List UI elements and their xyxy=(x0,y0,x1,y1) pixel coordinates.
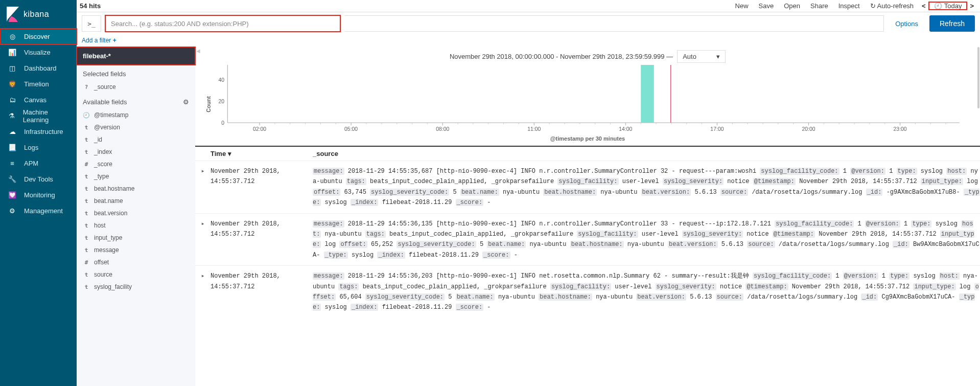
sidebar-item-logs[interactable]: 📃Logs xyxy=(0,140,77,155)
field-label[interactable]: syslog_facility_code: xyxy=(760,168,839,175)
field-item--version[interactable]: t@version xyxy=(77,121,195,133)
kibana-logo[interactable]: kibana xyxy=(0,0,77,29)
field-label[interactable]: syslog_severity_code: xyxy=(370,189,449,196)
field-label[interactable]: syslog_facility_code: xyxy=(775,220,854,228)
field-label[interactable]: syslog_facility: xyxy=(557,178,618,185)
share-button[interactable]: Share xyxy=(805,2,833,10)
sidebar-item-timelion[interactable]: 🦁Timelion xyxy=(0,76,77,92)
expand-row-button[interactable]: ▸ xyxy=(195,166,211,208)
refresh-button[interactable]: Refresh xyxy=(929,15,975,32)
field-label[interactable]: message: xyxy=(313,220,344,228)
field-label[interactable]: _type: xyxy=(324,252,348,259)
sidebar-item-machine-learning[interactable]: ⚗Machine Learning xyxy=(0,108,77,124)
field-label[interactable]: input_type: xyxy=(913,283,955,290)
expand-row-button[interactable]: ▸ xyxy=(195,271,211,313)
field-label[interactable]: beat.name: xyxy=(456,293,495,301)
sidebar-item-management[interactable]: ⚙Management xyxy=(0,203,77,219)
new-button[interactable]: New xyxy=(730,2,754,10)
field-label[interactable]: tags: xyxy=(365,231,386,238)
field-item--id[interactable]: t_id xyxy=(77,133,195,146)
sidebar-item-canvas[interactable]: 🗂Canvas xyxy=(0,92,77,108)
open-button[interactable]: Open xyxy=(779,2,805,10)
field-label[interactable]: host: xyxy=(946,168,967,175)
sidebar-item-dashboard[interactable]: ◫Dashboard xyxy=(0,60,77,76)
time-prev-button[interactable]: < xyxy=(919,2,929,10)
field-label[interactable]: _id: xyxy=(866,189,883,196)
field-label[interactable]: source: xyxy=(716,293,743,301)
index-pattern-selector[interactable]: filebeat-* xyxy=(77,47,195,65)
field-label[interactable]: syslog_facility: xyxy=(550,283,611,290)
field-label[interactable]: @version: xyxy=(850,168,885,175)
field-item--index[interactable]: t_index xyxy=(77,146,195,158)
field-label[interactable]: @version: xyxy=(843,273,878,280)
sidebar-item-visualize[interactable]: 📊Visualize xyxy=(0,44,77,60)
field-label[interactable]: syslog_severity: xyxy=(656,283,716,290)
field-label[interactable]: tags: xyxy=(346,178,366,185)
field-label[interactable]: beat.version: xyxy=(668,241,718,248)
field-label[interactable]: beat.hostname: xyxy=(543,189,597,196)
field-label[interactable]: source: xyxy=(720,189,748,196)
query-options-button[interactable]: Options xyxy=(888,20,925,28)
expand-row-button[interactable]: ▸ xyxy=(195,219,211,261)
autorefresh-button[interactable]: ↻ Auto-refresh xyxy=(865,2,919,10)
sidebar-item-discover[interactable]: ◎Discover xyxy=(0,29,77,44)
query-language-button[interactable]: >_ xyxy=(82,15,101,32)
interval-select[interactable]: Auto ▾ xyxy=(677,50,726,63)
field-label[interactable]: input_type: xyxy=(921,178,963,185)
field-item-beat-version[interactable]: tbeat.version xyxy=(77,207,195,219)
field-label[interactable]: offset: xyxy=(339,241,367,248)
field-label[interactable]: _score: xyxy=(456,199,483,206)
search-input-extended[interactable] xyxy=(344,15,884,32)
search-input[interactable] xyxy=(105,15,340,32)
field-label[interactable]: _score: xyxy=(456,304,483,311)
field-label[interactable]: offset: xyxy=(313,189,340,196)
field-label[interactable]: _index: xyxy=(351,199,378,206)
field-label[interactable]: syslog_severity: xyxy=(663,178,724,185)
field-label[interactable]: @timestamp: xyxy=(745,283,788,290)
scrollbar[interactable] xyxy=(977,47,980,386)
field-item-syslog-facility[interactable]: tsyslog_facility xyxy=(77,281,195,293)
field-label[interactable]: message: xyxy=(313,168,344,175)
field-item--type[interactable]: t_type xyxy=(77,170,195,183)
field-label[interactable]: source: xyxy=(747,241,775,248)
field-label[interactable]: type: xyxy=(889,273,909,280)
field-label[interactable]: _index: xyxy=(377,252,405,259)
field-label[interactable]: type: xyxy=(911,220,931,228)
histogram-chart[interactable]: Count 0204002:0005:0008:0011:0014:0017:0… xyxy=(195,63,980,134)
sidebar-item-monitoring[interactable]: 💟Monitoring xyxy=(0,187,77,203)
collapse-fields-button[interactable]: ◀ xyxy=(196,48,200,54)
gear-icon[interactable]: ⚙ xyxy=(183,98,189,106)
field-label[interactable]: syslog_severity_code: xyxy=(396,241,476,248)
field-label[interactable]: host: xyxy=(939,273,960,280)
inspect-button[interactable]: Inspect xyxy=(833,2,865,10)
time-next-button[interactable]: > xyxy=(967,2,977,10)
field-label[interactable]: _id: xyxy=(893,241,909,248)
field-label[interactable]: @timestamp: xyxy=(773,231,815,238)
field-label[interactable]: type: xyxy=(897,168,917,175)
field-item-input-type[interactable]: tinput_type xyxy=(77,232,195,244)
field-label[interactable]: beat.hostname: xyxy=(570,241,624,248)
field-label[interactable]: @version: xyxy=(865,220,900,228)
field-label[interactable]: beat.version: xyxy=(636,293,686,301)
field-label[interactable]: message: xyxy=(313,273,344,280)
field-item--source[interactable]: ?_source xyxy=(77,81,195,93)
field-item-message[interactable]: tmessage xyxy=(77,244,195,256)
field-item-beat-hostname[interactable]: tbeat.hostname xyxy=(77,183,195,195)
field-label[interactable]: tags: xyxy=(338,283,359,290)
field-label[interactable]: syslog_severity: xyxy=(682,231,743,238)
field-label[interactable]: _index: xyxy=(351,304,378,311)
field-label[interactable]: beat.hostname: xyxy=(539,293,592,301)
add-filter-button[interactable]: Add a filter + xyxy=(77,35,980,47)
field-label[interactable]: syslog_facility_code: xyxy=(753,273,832,280)
field-item-offset[interactable]: #offset xyxy=(77,256,195,268)
field-label[interactable]: beat.name: xyxy=(487,241,526,248)
header-time[interactable]: Time ▾ xyxy=(211,150,313,157)
save-button[interactable]: Save xyxy=(754,2,779,10)
field-item--score[interactable]: #_score xyxy=(77,158,195,170)
field-label[interactable]: _score: xyxy=(482,252,510,259)
field-item-beat-name[interactable]: tbeat.name xyxy=(77,195,195,207)
field-label[interactable]: syslog_severity_code: xyxy=(365,293,445,301)
sidebar-item-infrastructure[interactable]: ☁Infrastructure xyxy=(0,124,77,140)
field-label[interactable]: syslog_facility: xyxy=(577,231,638,238)
sidebar-item-dev-tools[interactable]: 🔧Dev Tools xyxy=(0,171,77,187)
